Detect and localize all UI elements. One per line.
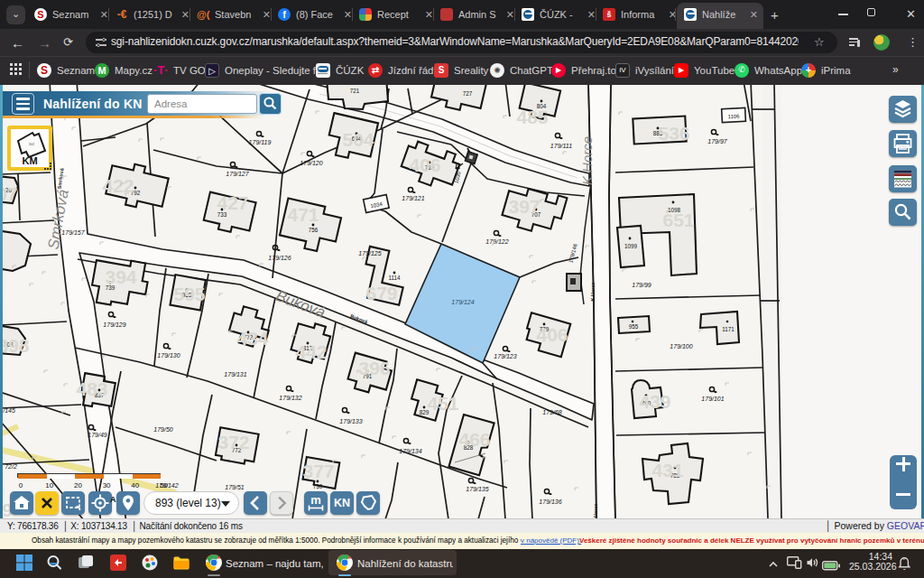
svg-text:179/120: 179/120 [300, 160, 322, 166]
svg-text:K Horce: K Horce [590, 282, 596, 301]
svg-text:179/49: 179/49 [88, 432, 107, 438]
svg-text:434: 434 [236, 328, 268, 349]
svg-text:727: 727 [463, 90, 473, 97]
svg-text:595: 595 [173, 284, 205, 304]
svg-text:406: 406 [409, 154, 440, 175]
svg-text:730: 730 [313, 483, 323, 489]
svg-text:179/129: 179/129 [103, 322, 125, 328]
svg-text:179/124: 179/124 [451, 299, 474, 305]
svg-text:721: 721 [350, 88, 360, 94]
svg-text:179/133: 179/133 [339, 418, 362, 424]
svg-text:1171: 1171 [722, 326, 735, 332]
svg-text:398: 398 [0, 335, 30, 356]
svg-text:1099: 1099 [624, 243, 638, 249]
svg-text:179/123: 179/123 [494, 353, 516, 359]
svg-text:179/135: 179/135 [466, 486, 488, 492]
svg-text:442: 442 [295, 341, 327, 362]
svg-text:179/131: 179/131 [224, 371, 246, 378]
svg-text:536: 536 [658, 123, 689, 144]
svg-text:K Horce: K Horce [593, 503, 598, 518]
svg-text:72/2: 72/2 [5, 463, 17, 470]
svg-text:431: 431 [651, 460, 683, 480]
svg-text:179/119: 179/119 [249, 139, 272, 145]
svg-text:179/134: 179/134 [399, 448, 421, 454]
svg-text:179/130: 179/130 [157, 352, 180, 359]
svg-text:179/101: 179/101 [701, 396, 724, 402]
svg-text:406: 406 [536, 324, 568, 345]
svg-text:396: 396 [358, 358, 390, 378]
svg-text:179/122: 179/122 [485, 238, 508, 245]
svg-text:179/51: 179/51 [225, 484, 245, 490]
svg-text:/145: /145 [2, 407, 15, 414]
svg-text:179/136: 179/136 [539, 499, 561, 505]
svg-text:302: 302 [29, 142, 35, 146]
svg-text:377: 377 [302, 461, 334, 481]
svg-text:372: 372 [217, 432, 249, 452]
svg-text:K Horce: K Horce [579, 136, 595, 185]
svg-text:179/100: 179/100 [670, 343, 692, 350]
svg-text:179/68: 179/68 [542, 409, 562, 415]
svg-text:483: 483 [76, 378, 107, 399]
svg-text:756: 756 [309, 227, 319, 233]
svg-text:679: 679 [365, 283, 397, 303]
svg-text:439: 439 [639, 391, 670, 412]
svg-text:466: 466 [458, 429, 490, 450]
svg-text:451: 451 [427, 393, 458, 414]
svg-text:179/50: 179/50 [153, 426, 173, 433]
svg-text:955: 955 [629, 323, 639, 330]
svg-text:427: 427 [217, 192, 248, 213]
svg-text:179/132: 179/132 [279, 395, 301, 401]
svg-text:504: 504 [342, 129, 374, 150]
svg-text:179/157: 179/157 [61, 229, 85, 236]
svg-text:m: m [310, 493, 321, 507]
svg-text:471: 471 [287, 204, 319, 225]
svg-text:179/127: 179/127 [226, 171, 249, 177]
svg-text:179/125: 179/125 [358, 250, 381, 256]
svg-text:397: 397 [508, 196, 540, 217]
svg-text:651: 651 [662, 210, 694, 230]
svg-text:179/99: 179/99 [632, 282, 651, 288]
svg-text:422: 422 [102, 175, 134, 196]
svg-text:1106: 1106 [728, 114, 741, 120]
svg-text:1114: 1114 [388, 275, 401, 281]
svg-text:179/126: 179/126 [268, 255, 291, 261]
svg-text:179/121: 179/121 [402, 195, 424, 201]
svg-text:179/111: 179/111 [550, 143, 572, 149]
svg-text:179/97: 179/97 [707, 138, 728, 144]
svg-text:485: 485 [516, 107, 548, 127]
svg-text:394: 394 [105, 266, 136, 287]
